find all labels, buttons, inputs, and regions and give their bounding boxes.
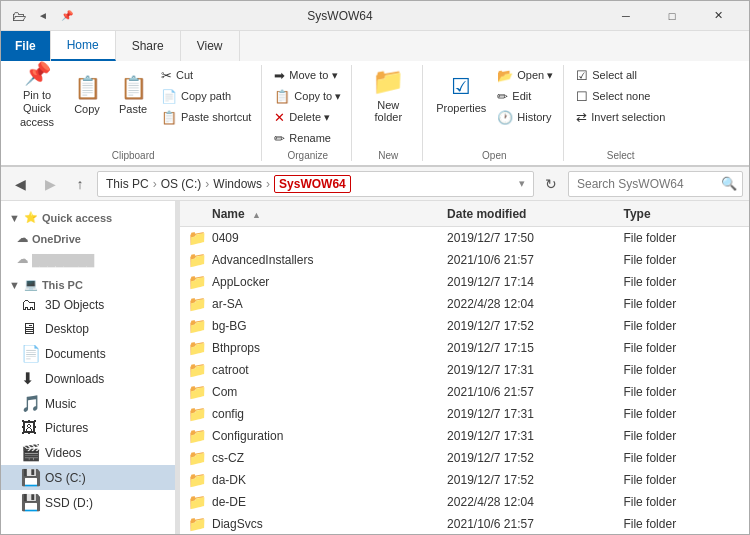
file-row[interactable]: 📁 catroot 2019/12/7 17:31 File folder (180, 359, 749, 381)
file-row[interactable]: 📁 Bthprops 2019/12/7 17:15 File folder (180, 337, 749, 359)
file-row[interactable]: 📁 DiagSvcs 2021/10/6 21:57 File folder (180, 513, 749, 534)
pin-to-quick-access-button[interactable]: 📌 Pin to Quick access (11, 65, 63, 123)
tab-home[interactable]: Home (51, 31, 116, 61)
clipboard-group: 📌 Pin to Quick access 📋 Copy 📋 Paste (5, 65, 262, 161)
file-type: File folder (623, 517, 741, 531)
maximize-button[interactable]: □ (649, 1, 695, 31)
quick-access-star-icon: ⭐ (24, 211, 38, 224)
tab-file[interactable]: File (1, 31, 51, 61)
select-label: Select (572, 148, 669, 161)
sidebar-item-pictures[interactable]: 🖼 Pictures (1, 416, 175, 440)
sidebar-item-music[interactable]: 🎵 Music (1, 391, 175, 416)
new-folder-button[interactable]: 📁 Newfolder (360, 65, 416, 123)
this-pc-arrow: ▼ (9, 279, 20, 291)
title-bar-icons: 🗁 ◄ 📌 (9, 6, 77, 26)
cut-button[interactable]: ✂ Cut (157, 65, 255, 85)
search-input[interactable] (568, 171, 743, 197)
file-row[interactable]: 📁 Com 2021/10/6 21:57 File folder (180, 381, 749, 403)
copy-to-icon: 📋 (274, 89, 290, 104)
file-type: File folder (623, 451, 741, 465)
tab-share[interactable]: Share (116, 31, 181, 61)
file-row[interactable]: 📁 cs-CZ 2019/12/7 17:52 File folder (180, 447, 749, 469)
file-type: File folder (623, 341, 741, 355)
file-name: Com (212, 385, 447, 399)
file-date: 2021/10/6 21:57 (447, 517, 623, 531)
pin-icon-small: 📌 (57, 6, 77, 26)
onedrive-icon: ☁ (17, 232, 28, 245)
col-type-header[interactable]: Type (623, 207, 741, 221)
sidebar-item-os-c[interactable]: 💾 OS (C:) (1, 465, 175, 490)
sidebar-item-videos[interactable]: 🎬 Videos (1, 440, 175, 465)
onedrive-section[interactable]: ☁ OneDrive (1, 226, 175, 247)
history-icon: 🕐 (497, 110, 513, 125)
file-row[interactable]: 📁 Configuration 2019/12/7 17:31 File fol… (180, 425, 749, 447)
window-icon: 🗁 (9, 6, 29, 26)
paste-shortcut-button[interactable]: 📋 Paste shortcut (157, 107, 255, 127)
rename-button[interactable]: ✏ Rename (270, 128, 345, 148)
open-button[interactable]: 📂 Open ▾ (493, 65, 557, 85)
file-type: File folder (623, 253, 741, 267)
back-button[interactable]: ◀ (7, 171, 33, 197)
select-all-button[interactable]: ☑ Select all (572, 65, 669, 85)
col-name-header[interactable]: Name ▲ (188, 207, 447, 221)
file-row[interactable]: 📁 ar-SA 2022/4/28 12:04 File folder (180, 293, 749, 315)
sidebar-item-ssd-d[interactable]: 💾 SSD (D:) (1, 490, 175, 515)
open-buttons: ☑ Properties 📂 Open ▾ ✏ Edit � (431, 65, 557, 148)
file-date: 2019/12/7 17:52 (447, 319, 623, 333)
file-row[interactable]: 📁 AdvancedInstallers 2021/10/6 21:57 Fil… (180, 249, 749, 271)
file-type: File folder (623, 231, 741, 245)
copy-button[interactable]: 📋 Copy (65, 65, 109, 123)
this-pc-section[interactable]: ▼ 💻 This PC (1, 272, 175, 293)
invert-selection-button[interactable]: ⇄ Invert selection (572, 107, 669, 127)
tab-view[interactable]: View (181, 31, 240, 61)
open-small-btns: 📂 Open ▾ ✏ Edit 🕐 History (493, 65, 557, 127)
address-path[interactable]: This PC › OS (C:) › Windows › SysWOW64 ▾ (97, 171, 534, 197)
properties-button[interactable]: ☑ Properties (431, 65, 491, 123)
copy-path-button[interactable]: 📄 Copy path (157, 86, 255, 106)
file-row[interactable]: 📁 de-DE 2022/4/28 12:04 File folder (180, 491, 749, 513)
sidebar-item-label-ssd-d: SSD (D:) (45, 496, 93, 510)
refresh-button[interactable]: ↻ (538, 171, 564, 197)
address-bar: ◀ ▶ ↑ This PC › OS (C:) › Windows › SysW… (1, 167, 749, 201)
minimize-button[interactable]: ─ (603, 1, 649, 31)
select-none-button[interactable]: ☐ Select none (572, 86, 669, 106)
folder-icon: 📁 (188, 383, 206, 401)
file-row[interactable]: 📁 da-DK 2019/12/7 17:52 File folder (180, 469, 749, 491)
delete-button[interactable]: ✕ Delete ▾ (270, 107, 345, 127)
up-button[interactable]: ↑ (67, 171, 93, 197)
file-type: File folder (623, 363, 741, 377)
file-type: File folder (623, 385, 741, 399)
file-row[interactable]: 📁 bg-BG 2019/12/7 17:52 File folder (180, 315, 749, 337)
ribbon-tabs: File Home Share View (1, 31, 749, 61)
sidebar-item-desktop[interactable]: 🖥 Desktop (1, 317, 175, 341)
blurred-section[interactable]: ☁ ████████ (1, 247, 175, 268)
file-date: 2021/10/6 21:57 (447, 385, 623, 399)
pin-icon: 📌 (24, 61, 51, 87)
file-name: AppLocker (212, 275, 447, 289)
close-button[interactable]: ✕ (695, 1, 741, 31)
quick-access-label: Quick access (42, 212, 112, 224)
file-row[interactable]: 📁 0409 2019/12/7 17:50 File folder (180, 227, 749, 249)
path-dropdown-arrow[interactable]: ▾ (519, 177, 525, 190)
copy-to-button[interactable]: 📋 Copy to ▾ (270, 86, 345, 106)
file-type: File folder (623, 407, 741, 421)
file-row[interactable]: 📁 AppLocker 2019/12/7 17:14 File folder (180, 271, 749, 293)
forward-button[interactable]: ▶ (37, 171, 63, 197)
search-icon: 🔍 (721, 176, 737, 191)
col-date-header[interactable]: Date modified (447, 207, 623, 221)
paste-button[interactable]: 📋 Paste (111, 65, 155, 123)
paste-icon: 📋 (120, 75, 147, 101)
sidebar-item-downloads[interactable]: ⬇ Downloads (1, 366, 175, 391)
edit-button[interactable]: ✏ Edit (493, 86, 557, 106)
history-button[interactable]: 🕐 History (493, 107, 557, 127)
sidebar-item-label-documents: Documents (45, 347, 106, 361)
sidebar-item-3d-objects[interactable]: 🗂 3D Objects (1, 293, 175, 317)
move-to-button[interactable]: ➡ Move to ▾ (270, 65, 345, 85)
file-name: catroot (212, 363, 447, 377)
quick-access-section[interactable]: ▼ ⭐ Quick access (1, 205, 175, 226)
sidebar-item-documents[interactable]: 📄 Documents (1, 341, 175, 366)
file-date: 2021/10/6 21:57 (447, 253, 623, 267)
file-list: 📁 0409 2019/12/7 17:50 File folder 📁 Adv… (180, 227, 749, 534)
file-row[interactable]: 📁 config 2019/12/7 17:31 File folder (180, 403, 749, 425)
sidebar-item-label-videos: Videos (45, 446, 81, 460)
